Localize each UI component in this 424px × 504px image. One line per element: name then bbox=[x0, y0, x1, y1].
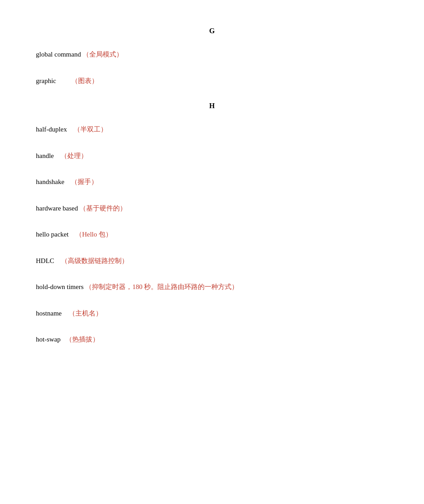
section-header-h: H bbox=[36, 102, 388, 110]
section-h: H half-duplex （半双工） handle （处理） handshak… bbox=[36, 102, 388, 345]
term-chinese-handshake: （握手） bbox=[71, 178, 98, 185]
page-content: G global command （全局模式） graphic （图表） H h… bbox=[36, 27, 388, 345]
term-chinese-hot-swap: （热插拔） bbox=[66, 336, 99, 343]
term-entry-hot-swap: hot-swap （热插拔） bbox=[36, 334, 388, 345]
term-entry-global-command: global command （全局模式） bbox=[36, 49, 388, 60]
term-chinese-graphic: （图表） bbox=[71, 77, 98, 84]
term-entry-hostname: hostname （主机名） bbox=[36, 308, 388, 319]
term-english-hdlc: HDLC bbox=[36, 257, 54, 264]
term-english-half-duplex: half-duplex bbox=[36, 126, 67, 133]
term-chinese-hold-down-timers: （抑制定时器，180 秒。阻止路由环路的一种方式） bbox=[85, 283, 238, 290]
term-english-graphic: graphic bbox=[36, 77, 56, 84]
section-g: G global command （全局模式） graphic （图表） bbox=[36, 27, 388, 86]
term-english-hold-down-timers: hold-down timers bbox=[36, 283, 83, 290]
term-english-hello-packet: hello packet bbox=[36, 231, 69, 238]
term-entry-hello-packet: hello packet （Hello 包） bbox=[36, 229, 388, 240]
term-entry-hold-down-timers: hold-down timers （抑制定时器，180 秒。阻止路由环路的一种方… bbox=[36, 282, 388, 292]
term-english-global-command: global command bbox=[36, 51, 81, 58]
term-english-handshake: handshake bbox=[36, 178, 64, 185]
section-header-g: G bbox=[36, 27, 388, 35]
term-chinese-global-command: （全局模式） bbox=[83, 51, 123, 58]
term-english-hostname: hostname bbox=[36, 310, 62, 317]
term-english-hardware-based: hardware based bbox=[36, 205, 78, 212]
term-chinese-hdlc: （高级数据链路控制） bbox=[61, 257, 128, 264]
term-entry-graphic: graphic （图表） bbox=[36, 76, 388, 86]
term-chinese-half-duplex: （半双工） bbox=[74, 126, 107, 133]
term-entry-half-duplex: half-duplex （半双工） bbox=[36, 124, 388, 135]
term-entry-hdlc: HDLC （高级数据链路控制） bbox=[36, 256, 388, 266]
term-chinese-handle: （处理） bbox=[61, 152, 87, 159]
term-entry-handle: handle （处理） bbox=[36, 151, 388, 161]
term-chinese-hello-packet: （Hello 包） bbox=[75, 231, 112, 238]
term-english-handle: handle bbox=[36, 152, 54, 159]
term-chinese-hardware-based: （基于硬件的） bbox=[79, 205, 127, 212]
term-entry-hardware-based: hardware based （基于硬件的） bbox=[36, 203, 388, 214]
term-chinese-hostname: （主机名） bbox=[69, 310, 102, 317]
term-english-hot-swap: hot-swap bbox=[36, 336, 61, 343]
term-entry-handshake: handshake （握手） bbox=[36, 177, 388, 187]
